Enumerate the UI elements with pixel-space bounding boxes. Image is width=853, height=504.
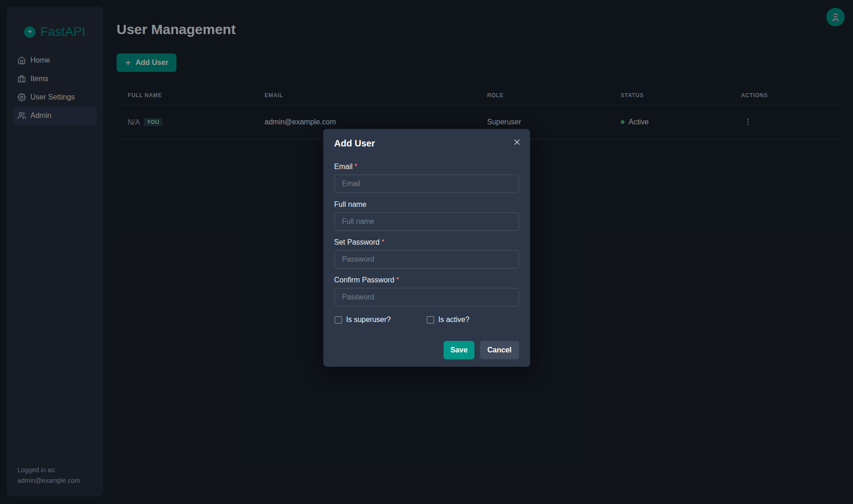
cancel-button[interactable]: Cancel <box>480 341 519 359</box>
set-password-field-group: Set Password* <box>334 238 519 269</box>
confirm-password-field-group: Confirm Password* <box>334 276 519 306</box>
set-password-field[interactable] <box>334 250 519 269</box>
email-field-group: Email* <box>334 163 519 193</box>
modal-title: Add User <box>323 129 530 149</box>
add-user-modal: Add User Email* Full name Set Password* … <box>323 129 530 367</box>
is-active-checkbox[interactable]: Is active? <box>426 316 470 324</box>
checkbox-icon <box>426 316 434 324</box>
required-asterisk: * <box>354 163 357 170</box>
email-field[interactable] <box>334 175 519 193</box>
confirm-password-label: Confirm Password* <box>334 276 519 284</box>
checkbox-row: Is superuser? Is active? <box>334 316 519 324</box>
full-name-field-group: Full name <box>334 200 519 231</box>
full-name-label: Full name <box>334 200 519 209</box>
full-name-field[interactable] <box>334 212 519 231</box>
confirm-password-field[interactable] <box>334 288 519 306</box>
set-password-label: Set Password* <box>334 238 519 246</box>
required-asterisk: * <box>396 276 399 284</box>
modal-close-button[interactable] <box>510 135 524 149</box>
close-icon <box>514 139 521 146</box>
modal-footer: Save Cancel <box>323 324 530 367</box>
is-active-label: Is active? <box>438 316 470 324</box>
is-superuser-checkbox[interactable]: Is superuser? <box>334 316 426 324</box>
email-label: Email* <box>334 163 519 171</box>
modal-body: Email* Full name Set Password* Confirm P… <box>323 149 530 324</box>
required-asterisk: * <box>382 238 384 246</box>
save-button[interactable]: Save <box>443 341 474 359</box>
is-superuser-label: Is superuser? <box>346 316 391 324</box>
checkbox-icon <box>334 316 342 324</box>
